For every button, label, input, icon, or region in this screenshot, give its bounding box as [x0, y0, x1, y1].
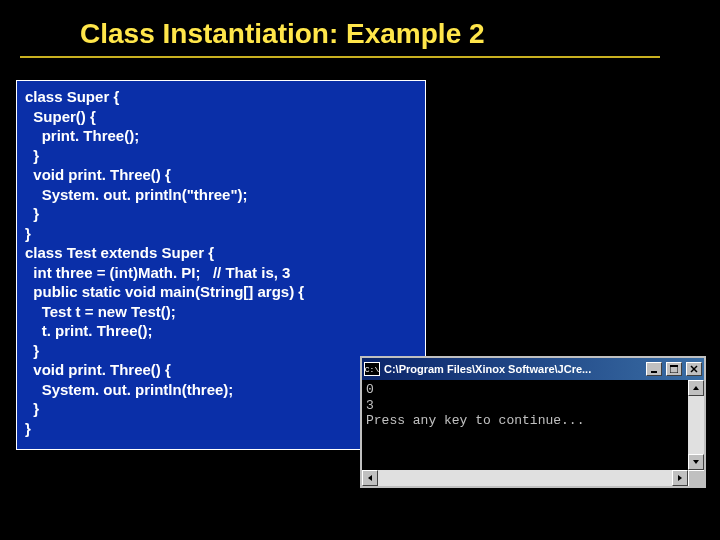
vertical-scrollbar[interactable]	[688, 380, 704, 470]
close-button[interactable]	[686, 362, 702, 376]
svg-marker-8	[678, 475, 682, 481]
scroll-right-button[interactable]	[672, 470, 688, 486]
resize-grip[interactable]	[688, 470, 704, 486]
console-output: 0 3 Press any key to continue...	[362, 380, 688, 470]
svg-marker-7	[368, 475, 372, 481]
scroll-track-v[interactable]	[688, 396, 704, 454]
minimize-button[interactable]	[646, 362, 662, 376]
svg-marker-6	[693, 460, 699, 464]
horizontal-scrollbar[interactable]	[362, 470, 704, 486]
maximize-button[interactable]	[666, 362, 682, 376]
cmd-icon: C:\	[364, 362, 380, 376]
console-title: C:\Program Files\Xinox Software\JCre...	[384, 363, 642, 375]
scroll-down-button[interactable]	[688, 454, 704, 470]
console-titlebar[interactable]: C:\ C:\Program Files\Xinox Software\JCre…	[362, 358, 704, 380]
svg-marker-5	[693, 386, 699, 390]
page-title: Class Instantiation: Example 2	[80, 18, 720, 50]
svg-rect-0	[651, 371, 657, 373]
title-underline	[20, 56, 660, 58]
console-window: C:\ C:\Program Files\Xinox Software\JCre…	[360, 356, 706, 488]
scroll-up-button[interactable]	[688, 380, 704, 396]
scroll-track-h[interactable]	[378, 470, 672, 486]
scroll-left-button[interactable]	[362, 470, 378, 486]
svg-rect-2	[670, 365, 678, 367]
